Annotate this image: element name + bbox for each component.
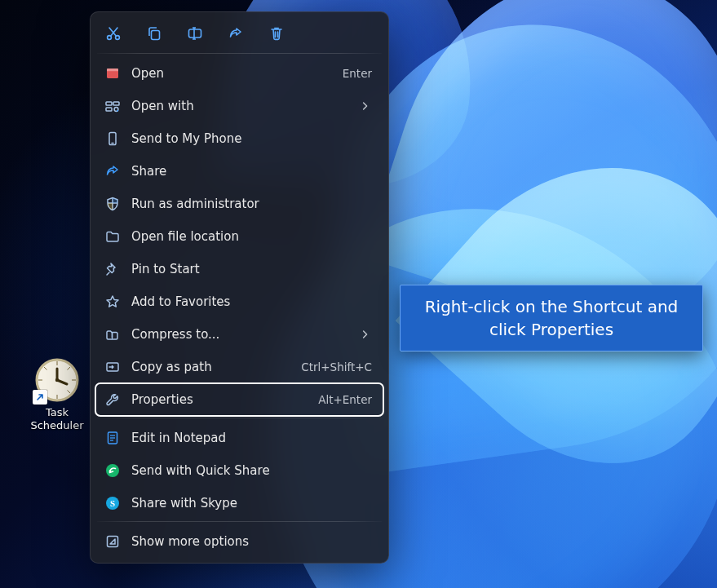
copy-button[interactable] [144,24,164,43]
svg-rect-15 [189,29,201,38]
folder-icon [104,228,122,245]
annotation-text: Right-click on the Shortcut and click Pr… [400,285,703,351]
copy-path-icon [104,358,122,376]
menu-item-accelerator: Alt+Enter [318,393,372,406]
notepad-icon [104,429,122,447]
archive-icon [104,325,122,343]
context-menu: OpenEnterOpen withSend to My PhoneShareR… [90,11,389,564]
share-icon [228,25,244,42]
menu-item-label: Edit in Notepad [131,431,372,445]
menu-item-more-options[interactable]: Show more options [95,525,383,558]
chevron-right-icon [359,328,372,341]
menu-item-label: Open with [131,99,352,113]
divider [97,521,382,522]
shield-icon [104,195,122,213]
menu-item-label: Add to Favorites [131,294,372,309]
desktop-shortcut-task-scheduler[interactable]: Task Scheduler [22,357,92,432]
menu-item-share[interactable]: Share [95,155,383,188]
menu-item-open[interactable]: OpenEnter [95,57,383,90]
menu-item-accelerator: Ctrl+Shift+C [301,360,372,374]
pin-icon [104,260,122,278]
svg-rect-14 [152,31,160,40]
menu-item-label: Open [131,66,336,81]
open-with-icon [104,97,122,115]
delete-icon [268,25,285,42]
menu-item-label: Properties [131,392,312,407]
menu-item-label: Run as administrator [131,197,372,211]
menu-item-properties[interactable]: PropertiesAlt+Enter [95,383,383,416]
menu-item-quick-share[interactable]: Send with Quick Share [95,454,383,487]
menu-item-open-location[interactable]: Open file location [95,220,383,253]
menu-item-label: Pin to Start [131,262,372,276]
wrench-icon [104,391,122,409]
shortcut-overlay-icon [33,390,47,405]
quickshare-icon [104,462,122,480]
divider [97,418,382,418]
annotation-callout: Right-click on the Shortcut and click Pr… [400,285,703,351]
chevron-right-icon [359,99,372,113]
menu-item-edit-notepad[interactable]: Edit in Notepad [95,422,383,454]
menu-item-run-admin[interactable]: Run as administrator [95,188,383,220]
share-button[interactable] [226,24,246,43]
menu-item-pin-start[interactable]: Pin to Start [95,253,383,285]
menu-item-compress[interactable]: Compress to... [95,318,383,351]
share-icon [104,162,122,180]
menu-item-label: Share with Skype [131,496,372,511]
menu-item-accelerator: Enter [343,67,372,80]
svg-point-11 [55,378,59,382]
clock-icon [34,357,80,403]
desktop: Task Scheduler OpenEnterOpen withSend to… [0,0,717,588]
cut-icon [105,25,122,42]
skype-icon [104,494,122,512]
delete-button[interactable] [267,24,286,43]
menu-item-label: Compress to... [131,327,352,342]
more-icon [104,533,122,550]
menu-item-label: Send to My Phone [131,131,372,146]
menu-item-label: Copy as path [131,360,294,374]
menu-item-send-my-phone[interactable]: Send to My Phone [95,122,383,155]
phone-icon [104,130,122,148]
menu-item-label: Open file location [131,229,372,244]
star-icon [104,293,122,311]
open-app-icon [104,64,122,82]
rename-button[interactable] [185,24,205,43]
menu-item-label: Show more options [131,534,372,549]
cut-button[interactable] [104,24,123,43]
menu-item-label: Share [131,164,372,179]
shortcut-label: Task Scheduler [22,406,92,432]
menu-item-copy-path[interactable]: Copy as pathCtrl+Shift+C [95,351,383,383]
menu-item-add-favorites[interactable]: Add to Favorites [95,285,383,318]
action-row [95,17,383,51]
divider [97,53,382,54]
menu-item-label: Send with Quick Share [131,463,372,478]
copy-icon [146,25,162,42]
menu-item-skype[interactable]: Share with Skype [95,487,383,519]
rename-icon [187,25,203,42]
menu-item-open-with[interactable]: Open with [95,90,383,122]
menu-items: OpenEnterOpen withSend to My PhoneShareR… [95,57,383,558]
